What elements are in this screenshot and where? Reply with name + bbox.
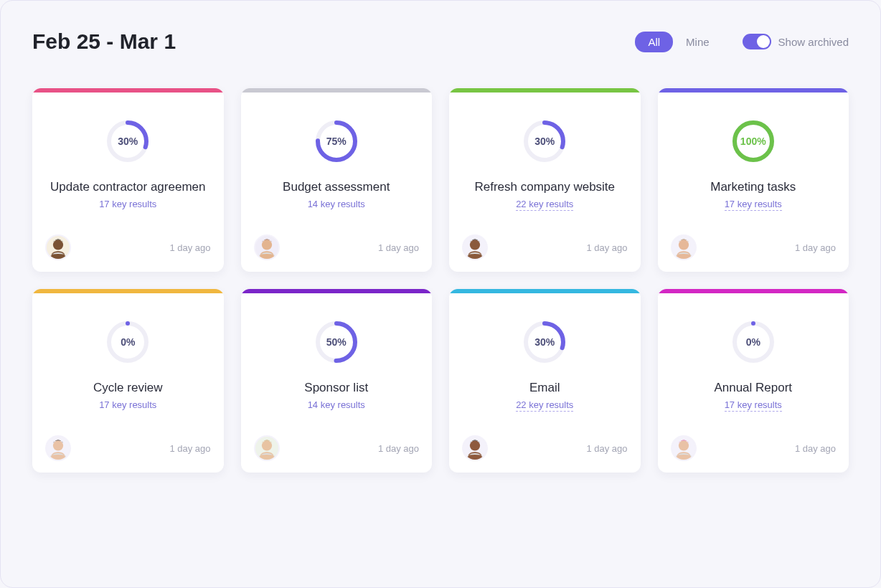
progress-ring: 0% xyxy=(105,319,151,365)
timestamp: 1 day ago xyxy=(378,242,419,253)
goal-card[interactable]: 0% Cycle review 17 key results 1 day ago xyxy=(32,289,224,473)
svg-point-23 xyxy=(261,440,271,450)
key-results-link[interactable]: 22 key results xyxy=(516,199,573,211)
card-body: 0% Cycle review 17 key results xyxy=(32,293,224,435)
card-footer: 1 day ago xyxy=(658,234,849,272)
show-archived-toggle[interactable] xyxy=(743,34,771,49)
key-results-link[interactable]: 14 key results xyxy=(308,399,365,410)
progress-ring: 0% xyxy=(730,319,776,365)
avatar[interactable] xyxy=(45,435,71,461)
progress-percent: 100% xyxy=(730,118,776,164)
card-title: Refresh company website xyxy=(449,180,641,194)
card-footer: 1 day ago xyxy=(241,435,433,473)
card-footer: 1 day ago xyxy=(32,435,224,473)
timestamp: 1 day ago xyxy=(795,242,836,253)
key-results-link[interactable]: 22 key results xyxy=(516,399,573,412)
svg-point-15 xyxy=(678,240,688,250)
page-container: Feb 25 - Mar 1 All Mine Show archived xyxy=(0,0,881,588)
cards-grid: 30% Update contractor agreemen 17 key re… xyxy=(32,88,849,473)
page-title: Feb 25 - Mar 1 xyxy=(32,29,176,54)
timestamp: 1 day ago xyxy=(169,242,210,253)
card-body: 30% Email 22 key results xyxy=(449,293,641,435)
goal-card[interactable]: 30% Refresh company website 22 key resul… xyxy=(449,88,641,272)
header: Feb 25 - Mar 1 All Mine Show archived xyxy=(32,29,849,54)
key-results-link[interactable]: 17 key results xyxy=(99,399,156,410)
svg-point-19 xyxy=(53,440,63,450)
filter-mine-button[interactable]: Mine xyxy=(673,32,722,52)
card-footer: 1 day ago xyxy=(241,234,433,272)
progress-percent: 30% xyxy=(522,118,567,164)
card-title: Annual Report xyxy=(658,381,849,395)
card-footer: 1 day ago xyxy=(658,435,849,473)
card-footer: 1 day ago xyxy=(32,234,224,272)
progress-percent: 30% xyxy=(522,319,567,365)
goal-card[interactable]: 75% Budget assessment 14 key results 1 d… xyxy=(241,88,433,272)
card-title: Sponsor list xyxy=(241,381,433,395)
progress-percent: 0% xyxy=(105,319,151,365)
progress-ring: 100% xyxy=(730,118,776,164)
progress-ring: 30% xyxy=(522,319,567,365)
progress-ring: 30% xyxy=(522,118,567,164)
progress-ring: 75% xyxy=(314,118,359,164)
progress-ring: 30% xyxy=(105,118,151,164)
progress-percent: 50% xyxy=(314,319,359,365)
avatar[interactable] xyxy=(254,435,280,461)
svg-point-27 xyxy=(470,440,480,450)
avatar[interactable] xyxy=(671,234,697,260)
key-results-link[interactable]: 17 key results xyxy=(725,399,782,412)
goal-card[interactable]: 100% Marketing tasks 17 key results 1 da… xyxy=(658,88,849,272)
archived-group: Show archived xyxy=(743,34,849,49)
progress-percent: 75% xyxy=(314,118,359,164)
avatar[interactable] xyxy=(45,234,71,260)
card-title: Budget assessment xyxy=(241,180,433,194)
key-results-link[interactable]: 17 key results xyxy=(99,199,156,209)
card-footer: 1 day ago xyxy=(449,234,641,272)
progress-ring: 50% xyxy=(314,319,359,365)
timestamp: 1 day ago xyxy=(795,443,836,454)
card-body: 100% Marketing tasks 17 key results xyxy=(658,93,849,234)
avatar[interactable] xyxy=(462,435,488,461)
svg-point-3 xyxy=(53,240,63,250)
timestamp: 1 day ago xyxy=(169,443,210,454)
card-body: 30% Update contractor agreemen 17 key re… xyxy=(32,93,224,234)
filter-group: All Mine xyxy=(635,32,722,52)
card-title: Cycle review xyxy=(32,381,224,395)
header-controls: All Mine Show archived xyxy=(635,32,849,52)
progress-percent: 30% xyxy=(105,118,151,164)
progress-percent: 0% xyxy=(730,319,776,365)
filter-all-button[interactable]: All xyxy=(635,32,673,52)
timestamp: 1 day ago xyxy=(586,242,627,253)
card-title: Email xyxy=(449,381,641,395)
card-body: 75% Budget assessment 14 key results xyxy=(241,93,433,234)
svg-point-7 xyxy=(261,240,271,250)
timestamp: 1 day ago xyxy=(586,443,627,454)
card-title: Marketing tasks xyxy=(658,180,849,194)
card-footer: 1 day ago xyxy=(449,435,641,473)
card-body: 30% Refresh company website 22 key resul… xyxy=(449,93,641,234)
card-body: 0% Annual Report 17 key results xyxy=(658,293,849,435)
key-results-link[interactable]: 17 key results xyxy=(725,199,782,211)
timestamp: 1 day ago xyxy=(378,443,419,454)
card-body: 50% Sponsor list 14 key results xyxy=(241,293,433,435)
show-archived-label: Show archived xyxy=(778,36,849,48)
card-title: Update contractor agreemen xyxy=(32,180,224,194)
goal-card[interactable]: 50% Sponsor list 14 key results 1 day ag… xyxy=(241,289,433,473)
goal-card[interactable]: 30% Update contractor agreemen 17 key re… xyxy=(32,88,224,272)
goal-card[interactable]: 0% Annual Report 17 key results 1 day ag… xyxy=(658,289,849,473)
key-results-link[interactable]: 14 key results xyxy=(308,199,365,209)
avatar[interactable] xyxy=(462,234,488,260)
toggle-knob xyxy=(757,35,770,48)
svg-point-11 xyxy=(470,240,480,250)
avatar[interactable] xyxy=(254,234,280,260)
avatar[interactable] xyxy=(671,435,697,461)
goal-card[interactable]: 30% Email 22 key results 1 day ago xyxy=(449,289,641,473)
svg-point-31 xyxy=(678,440,688,450)
